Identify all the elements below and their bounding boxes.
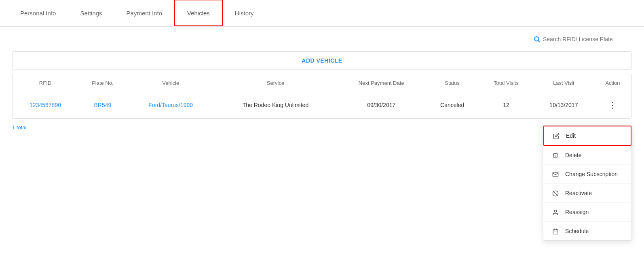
top-nav: Personal Info Settings Payment Info Vehi… xyxy=(0,0,644,27)
nav-payment-info[interactable]: Payment Info xyxy=(114,0,174,26)
cell-action: ⋮ xyxy=(594,92,631,118)
vehicles-table-container: RFID Plate No. Vehicle Service Next Paym… xyxy=(12,74,632,119)
cell-plate: BR549 xyxy=(78,92,127,118)
context-menu: Edit Delete Change Subscription xyxy=(543,125,632,136)
vehicle-link[interactable]: Ford/Taurus/1999 xyxy=(148,102,193,108)
add-vehicle-container: ADD VEHICLE xyxy=(12,51,632,70)
search-input[interactable] xyxy=(543,36,632,42)
col-next-payment: Next Payment Date xyxy=(337,74,426,92)
col-rfid: RFID xyxy=(13,74,78,92)
rfid-link[interactable]: 1234567890 xyxy=(30,102,61,108)
total-label: 1 total xyxy=(12,124,26,130)
cell-rfid: 1234567890 xyxy=(13,92,78,118)
table-row: 1234567890 BR549 Ford/Taurus/1999 The Ro… xyxy=(13,92,631,118)
nav-settings[interactable]: Settings xyxy=(68,0,114,26)
search-icon xyxy=(533,35,541,43)
cell-status: Canceled xyxy=(426,92,479,118)
search-box xyxy=(533,35,632,43)
search-area xyxy=(0,27,644,47)
cell-next-payment: 09/30/2017 xyxy=(337,92,426,118)
svg-line-1 xyxy=(538,41,539,42)
cell-service: The Rodeo King Unlimited xyxy=(214,92,337,118)
col-action: Action xyxy=(594,74,631,92)
plate-link[interactable]: BR549 xyxy=(94,102,112,108)
edit-label: Edit xyxy=(566,132,576,136)
nav-personal-info[interactable]: Personal Info xyxy=(8,0,68,26)
cell-last-visit: 10/13/2017 xyxy=(534,92,594,118)
nav-label-personal-info: Personal Info xyxy=(20,10,56,17)
last-visit-value: 10/13/2017 xyxy=(549,102,578,108)
nav-label-payment-info: Payment Info xyxy=(127,10,162,17)
nav-vehicles[interactable]: Vehicles xyxy=(174,0,223,26)
col-last-visit: Last Visit xyxy=(534,74,594,92)
context-menu-item-edit[interactable]: Edit xyxy=(543,126,631,136)
col-service: Service xyxy=(214,74,337,92)
status-badge: Canceled xyxy=(440,102,464,108)
col-vehicle: Vehicle xyxy=(127,74,214,92)
col-total-visits: Total Visits xyxy=(479,74,534,92)
table-header-row: RFID Plate No. Vehicle Service Next Paym… xyxy=(13,74,631,92)
service-value: The Rodeo King Unlimited xyxy=(243,102,308,108)
col-plate: Plate No. xyxy=(78,74,127,92)
action-menu-button[interactable]: ⋮ xyxy=(605,99,620,111)
nav-history[interactable]: History xyxy=(223,0,266,26)
cell-vehicle: Ford/Taurus/1999 xyxy=(127,92,214,118)
total-visits-value: 12 xyxy=(503,102,509,108)
edit-icon xyxy=(552,132,560,136)
add-vehicle-button[interactable]: ADD VEHICLE xyxy=(302,57,342,64)
col-status: Status xyxy=(426,74,479,92)
nav-label-settings: Settings xyxy=(80,10,102,17)
nav-label-vehicles: Vehicles xyxy=(187,10,210,17)
cell-total-visits: 12 xyxy=(479,92,534,118)
vehicles-table: RFID Plate No. Vehicle Service Next Paym… xyxy=(13,74,631,118)
next-payment-value: 09/30/2017 xyxy=(367,102,395,108)
nav-label-history: History xyxy=(235,10,254,17)
